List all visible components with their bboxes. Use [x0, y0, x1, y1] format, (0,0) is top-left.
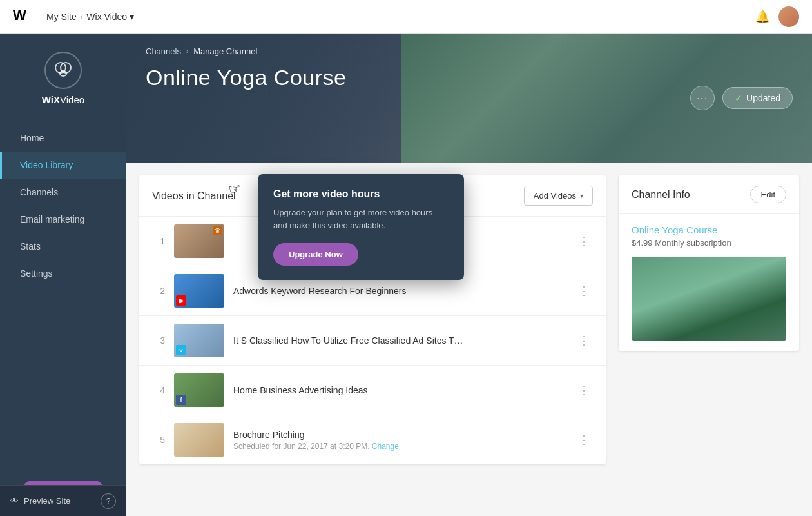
video-number: 4 — [152, 385, 165, 395]
video-title: Adwords Keyword Research For Beginners — [233, 286, 566, 296]
hero-banner: Channels › Manage Channel Online Yoga Co… — [126, 34, 812, 163]
video-number: 3 — [152, 335, 165, 346]
video-more-button[interactable]: ⋮ — [575, 431, 593, 449]
bottom-bar: 👁 Preview Site ? — [0, 485, 126, 516]
tooltip-description: Upgrade your plan to get more video hour… — [273, 206, 449, 232]
add-videos-button[interactable]: Add Videos ▾ — [524, 186, 593, 206]
nav-app-arrow: ▾ — [130, 12, 134, 22]
video-thumbnail: ♛ — [174, 224, 224, 258]
notification-bell-icon[interactable]: 🔔 — [755, 10, 769, 24]
video-more-button[interactable]: ⋮ — [575, 381, 593, 399]
video-thumbnail — [174, 423, 224, 457]
channel-thumbnail — [632, 257, 786, 341]
upgrade-tooltip-popup: Get more video hours Upgrade your plan t… — [258, 174, 464, 280]
preview-icon: 👁 — [10, 496, 19, 506]
sidebar-app-icon — [44, 52, 82, 89]
updated-label: Updated — [746, 93, 780, 103]
nav-chevron: › — [81, 13, 83, 21]
sidebar-brand: WiXVideo — [42, 94, 84, 105]
sidebar-item-channels[interactable]: Channels — [0, 179, 126, 206]
video-thumbnail: f — [174, 373, 224, 407]
nav-my-site[interactable]: My Site — [46, 12, 77, 22]
more-options-button[interactable]: ··· — [690, 86, 715, 110]
breadcrumb-parent-link[interactable]: Channels — [146, 46, 181, 56]
sidebar: WiXVideo Home Video Library Channels Ema… — [0, 34, 126, 516]
sidebar-item-email-marketing[interactable]: Email marketing — [0, 206, 126, 233]
check-icon: ✓ — [735, 93, 742, 103]
breadcrumb: Channels › Manage Channel — [146, 46, 793, 56]
main-content: Channels › Manage Channel Online Yoga Co… — [126, 34, 812, 516]
add-videos-dropdown-icon: ▾ — [580, 192, 583, 199]
preview-site-button[interactable]: 👁 Preview Site — [10, 496, 70, 506]
videos-section-title: Videos in Channel — [152, 190, 236, 202]
table-row: 4 f Home Business Advertising Ideas ⋮ — [139, 366, 606, 415]
video-number: 1 — [152, 236, 165, 246]
wix-logo: W — [13, 6, 39, 28]
video-more-button[interactable]: ⋮ — [575, 232, 593, 250]
channel-info-panel: Channel Info Edit Online Yoga Course $4.… — [619, 175, 799, 351]
channel-info-title: Channel Info — [632, 189, 690, 201]
sidebar-item-home[interactable]: Home — [0, 124, 126, 152]
table-row: 5 Brochure Pitching Scheduled for Jun 22… — [139, 415, 606, 464]
video-thumbnail: ▶ — [174, 274, 224, 308]
sidebar-item-video-library[interactable]: Video Library — [0, 152, 126, 179]
channel-subscription: $4.99 Monthly subscription — [632, 238, 786, 248]
video-thumbnail: V — [174, 324, 224, 357]
change-link[interactable]: Change — [372, 442, 399, 451]
svg-text:W: W — [13, 7, 26, 23]
video-number: 2 — [152, 286, 165, 296]
video-more-button[interactable]: ⋮ — [575, 332, 593, 350]
sidebar-item-settings[interactable]: Settings — [0, 260, 126, 287]
tooltip-title: Get more video hours — [273, 188, 449, 200]
help-button[interactable]: ? — [101, 493, 116, 509]
video-title: Home Business Advertising Ideas — [233, 385, 566, 395]
breadcrumb-current: Manage Channel — [193, 46, 257, 56]
updated-status-button[interactable]: ✓ Updated — [722, 87, 793, 109]
channel-name: Online Yoga Course — [632, 224, 786, 235]
nav-app-dropdown[interactable]: Wix Video ▾ — [86, 12, 134, 22]
video-title: It S Classified How To Utilize Free Clas… — [233, 335, 566, 346]
video-more-button[interactable]: ⋮ — [575, 282, 593, 300]
upgrade-now-button[interactable]: Upgrade Now — [273, 243, 358, 266]
edit-button[interactable]: Edit — [750, 186, 786, 203]
more-dots-icon: ··· — [697, 93, 708, 103]
video-title: Brochure Pitching — [233, 430, 566, 440]
table-row: 3 V It S Classified How To Utilize Free … — [139, 316, 606, 366]
top-nav: W My Site › Wix Video ▾ 🔔 — [0, 0, 812, 34]
avatar[interactable] — [778, 6, 799, 27]
video-schedule: Scheduled for Jun 22, 2017 at 3:20 PM. C… — [233, 442, 566, 451]
video-number: 5 — [152, 435, 165, 445]
breadcrumb-chevron: › — [186, 48, 188, 55]
sidebar-item-stats[interactable]: Stats — [0, 233, 126, 260]
sidebar-nav: Home Video Library Channels Email market… — [0, 118, 126, 468]
